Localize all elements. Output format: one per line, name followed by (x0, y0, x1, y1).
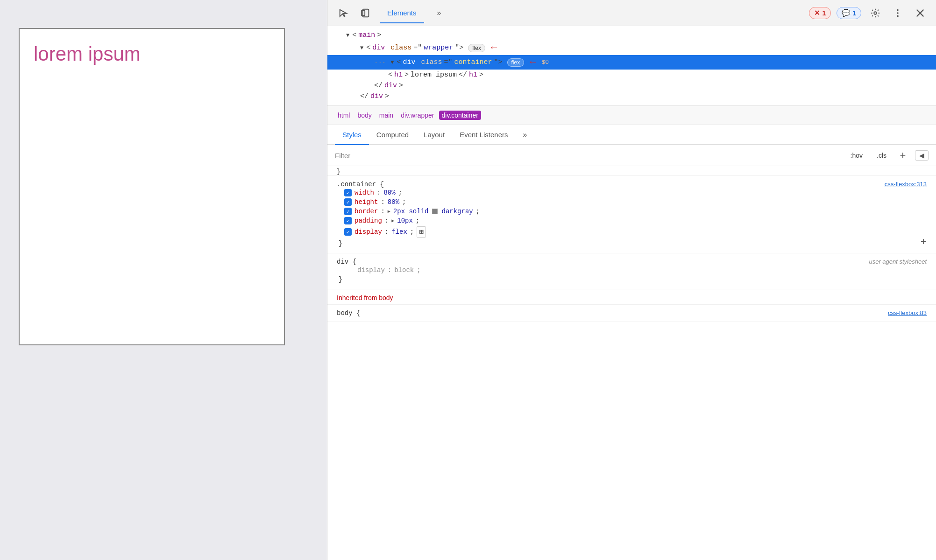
add-property-button[interactable]: + (921, 237, 927, 248)
triangle-icon: ▼ (346, 32, 349, 39)
toggle-sidebar-button[interactable]: ◀ (915, 150, 929, 161)
svg-point-3 (897, 9, 899, 11)
tab-layout[interactable]: Layout (416, 125, 452, 145)
triangle-icon: ▼ (360, 45, 363, 51)
container-flex-badge[interactable]: flex (507, 58, 525, 67)
browser-viewport: lorem ipsum (0, 0, 327, 560)
container-rule-block: .container { css-flexbox:313 width : 80%… (327, 176, 936, 253)
tree-h1-tag[interactable]: <h1>lorem ipsum</h1> (327, 70, 936, 80)
svg-point-2 (874, 12, 877, 14)
dots-indicator: ··· (374, 59, 386, 66)
flex-layout-icon[interactable]: ⊞ (417, 226, 426, 238)
checkbox-border[interactable] (344, 208, 352, 215)
div-ua-rule-close: } (337, 275, 927, 284)
tab-styles[interactable]: Styles (335, 125, 369, 145)
more-options-icon[interactable] (889, 5, 906, 21)
settings-icon[interactable] (867, 5, 884, 21)
error-count: 1 (822, 9, 826, 17)
message-count: 1 (852, 9, 856, 17)
close-devtools-icon[interactable] (912, 5, 929, 21)
breadcrumb-main[interactable]: main (376, 111, 396, 120)
css-prop-padding: padding : ▶ 10px ; (337, 216, 927, 225)
breadcrumb: html body main div.wrapper div.container (327, 106, 936, 125)
checkbox-display[interactable] (344, 228, 352, 236)
error-badge[interactable]: ✕ 1 (809, 7, 831, 19)
tree-container-tag[interactable]: ··· ▼ <div class="container"> flex ← $0 (327, 55, 936, 70)
body-rule-source[interactable]: css-flexbox:83 (888, 309, 927, 316)
devtools-toolbar: Elements » ✕ 1 💬 1 (327, 0, 936, 26)
breadcrumb-div-wrapper[interactable]: div.wrapper (398, 111, 437, 120)
breadcrumb-body[interactable]: body (355, 111, 374, 120)
more-tabs-icon[interactable]: » (432, 5, 447, 21)
breadcrumb-html[interactable]: html (335, 111, 353, 120)
filter-input[interactable] (335, 152, 841, 160)
checkbox-padding[interactable] (344, 217, 352, 224)
checkbox-height[interactable] (344, 198, 352, 206)
div-ua-rule-block: div { user agent stylesheet display : bl… (327, 253, 936, 289)
container-box: lorem ipsum (19, 28, 285, 345)
message-badge[interactable]: 💬 1 (837, 7, 861, 19)
wrapper-arrow: ← (491, 42, 497, 54)
checkbox-width[interactable] (344, 189, 352, 196)
message-icon: 💬 (842, 9, 851, 17)
filter-bar: :hov .cls + ◀ (327, 145, 936, 166)
container-rule-close: } (337, 239, 342, 248)
body-selector[interactable]: body { (337, 309, 360, 317)
cls-button[interactable]: .cls (872, 150, 891, 161)
inspect-icon[interactable] (335, 5, 352, 21)
add-style-button[interactable]: + (896, 149, 909, 162)
color-swatch-darkgray[interactable] (432, 209, 438, 214)
triangle-icon: ▼ (390, 59, 394, 66)
tree-container-close[interactable]: </div> (327, 80, 936, 91)
tab-event-listeners[interactable]: Event Listeners (452, 125, 515, 145)
styles-tabs-row: Styles Computed Layout Event Listeners » (327, 125, 936, 145)
css-prop-display: display : flex ; ⊞ (337, 225, 927, 238)
error-icon: ✕ (814, 9, 820, 17)
inherited-from-label: Inherited from body (327, 289, 936, 305)
lorem-ipsum-heading: lorem ipsum (29, 38, 145, 70)
breadcrumb-div-container[interactable]: div.container (439, 111, 481, 120)
div-ua-source: user agent stylesheet (869, 258, 927, 265)
device-toggle-icon[interactable] (357, 5, 374, 21)
hov-button[interactable]: :hov (846, 150, 867, 161)
container-selector[interactable]: .container { (337, 181, 384, 188)
tree-wrapper-close[interactable]: </div> (327, 91, 936, 102)
css-prop-width: width : 80% ; (337, 188, 927, 197)
tab-computed[interactable]: Computed (369, 125, 416, 145)
styles-content: } .container { css-flexbox:313 width : 8… (327, 166, 936, 560)
tree-wrapper-tag[interactable]: ▼ <div class="wrapper"> flex ← (327, 41, 936, 55)
padding-triangle[interactable]: ▶ (391, 218, 394, 224)
body-rule-block: body { css-flexbox:83 (327, 305, 936, 322)
svg-point-4 (897, 12, 899, 14)
css-prop-display-ua: display : block ; (337, 266, 927, 275)
div-ua-selector[interactable]: div { (337, 258, 356, 266)
container-rule-source[interactable]: css-flexbox:313 (885, 181, 927, 188)
border-triangle[interactable]: ▶ (388, 209, 390, 214)
devtools-panel: Elements » ✕ 1 💬 1 (327, 0, 936, 560)
tab-elements[interactable]: Elements (380, 3, 424, 23)
css-prop-border: border : ▶ 2px solid darkgray ; (337, 207, 927, 216)
tree-main-tag[interactable]: ▼ <main> (327, 30, 936, 41)
partial-rule-close: } (327, 166, 936, 176)
css-prop-height: height : 80% ; (337, 197, 927, 207)
html-tree: ▼ <main> ▼ <div class="wrapper"> flex ← … (327, 26, 936, 106)
container-arrow: ← (530, 56, 536, 68)
more-style-tabs-icon[interactable]: » (518, 127, 533, 143)
inherited-from-element[interactable]: body (379, 294, 393, 301)
svg-point-5 (897, 15, 899, 17)
wrapper-flex-badge[interactable]: flex (468, 44, 485, 52)
